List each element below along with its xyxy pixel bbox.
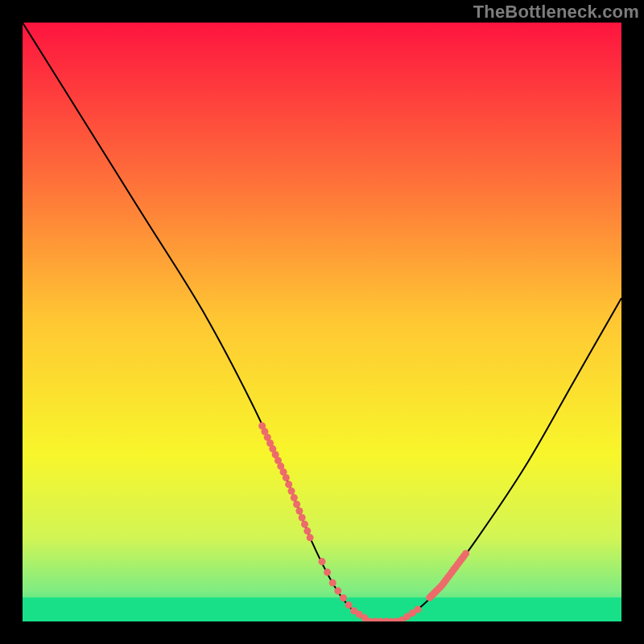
curve-highlight-dot <box>287 487 295 494</box>
curve-highlight-dot <box>291 494 298 502</box>
curve-highlight-dot <box>293 501 300 508</box>
curve-highlight-dot <box>415 606 422 613</box>
curve-highlight-dot <box>319 558 326 565</box>
curve-highlight-dot <box>307 534 314 541</box>
curve-highlight-dot <box>340 594 347 601</box>
watermark-label: TheBottleneck.com <box>473 2 639 23</box>
curve-highlight-dot <box>285 481 292 488</box>
chart-svg <box>0 0 644 644</box>
zero-bottleneck-band <box>23 597 621 621</box>
curve-highlight-dot <box>345 601 353 609</box>
curve-highlight-dot <box>295 507 303 514</box>
curve-highlight-dot <box>324 568 331 576</box>
curve-highlight-dot <box>303 527 311 535</box>
curve-highlight-dot <box>329 580 336 587</box>
curve-highlight-dot <box>334 587 341 594</box>
plot-area <box>23 23 621 625</box>
chart-canvas: TheBottleneck.com <box>0 0 644 644</box>
curve-highlight-dot <box>299 514 306 522</box>
gradient-background <box>23 23 621 621</box>
curve-highlight-dot <box>301 521 308 528</box>
curve-highlight-dot <box>283 474 290 481</box>
curve-highlight-dot <box>462 550 469 557</box>
